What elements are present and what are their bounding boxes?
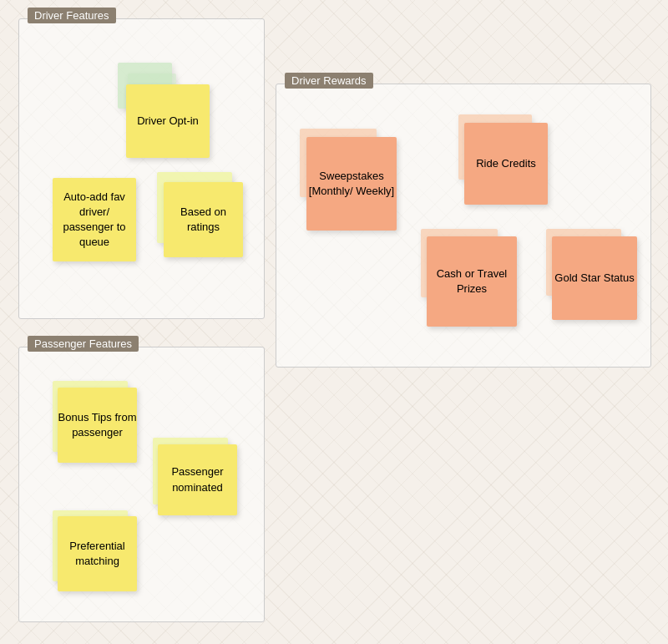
auto-add-note[interactable]: Auto-add fav driver/ passenger to queue [53,178,136,261]
passenger-features-label: Passenger Features [28,336,139,352]
driver-rewards-section: Driver Rewards Sweepstakes [Monthly/ Wee… [276,84,651,368]
preferential-matching-note[interactable]: Preferential matching [58,516,137,591]
preferential-matching-text: Preferential matching [58,539,137,569]
auto-add-text: Auto-add fav driver/ passenger to queue [53,190,136,251]
ride-credits-note[interactable]: Ride Credits [464,123,548,205]
ratings-note[interactable]: Based on ratings [164,182,243,257]
sweepstakes-text: Sweepstakes [Monthly/ Weekly] [306,169,397,199]
passenger-nominated-text: Passenger nominated [158,464,237,494]
passenger-nominated-note[interactable]: Passenger nominated [158,444,237,515]
ride-credits-text: Ride Credits [476,156,536,171]
cash-prizes-note[interactable]: Cash or Travel Prizes [427,236,517,327]
ratings-text: Based on ratings [164,205,243,235]
cash-prizes-text: Cash or Travel Prizes [427,266,517,297]
driver-rewards-label: Driver Rewards [285,73,373,89]
sweepstakes-note[interactable]: Sweepstakes [Monthly/ Weekly] [306,137,397,231]
passenger-features-section: Passenger Features Bonus Tips from passe… [18,347,265,622]
driver-features-label: Driver Features [28,8,116,23]
gold-star-note[interactable]: Gold Star Status [552,236,637,320]
bonus-tips-note[interactable]: Bonus Tips from passenger [58,388,137,463]
bonus-tips-text: Bonus Tips from passenger [58,410,137,440]
driver-optin-text: Driver Opt-in [137,114,199,129]
driver-features-section: Driver Features Driver Opt-in Auto-add f… [18,18,265,319]
driver-optin-note[interactable]: Driver Opt-in [126,84,210,158]
gold-star-text: Gold Star Status [554,271,634,286]
